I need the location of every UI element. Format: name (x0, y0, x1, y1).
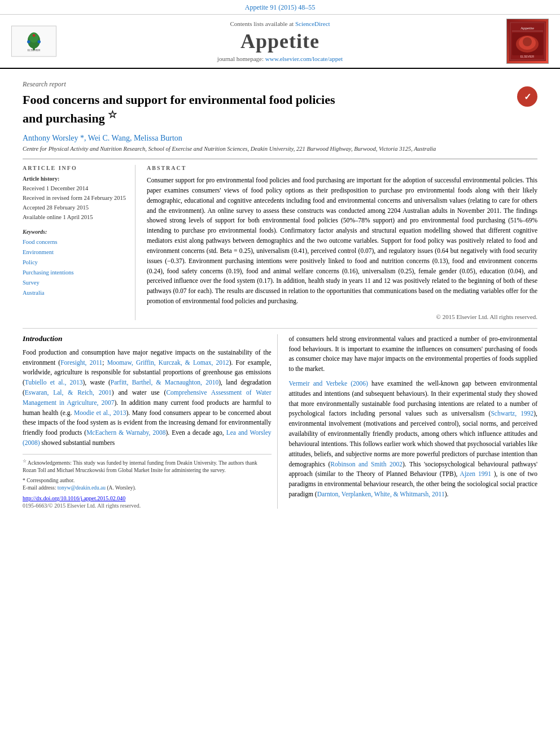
ref-foresight[interactable]: Foresight, 2011 (60, 359, 102, 366)
crossmark-svg: ✓ (517, 86, 537, 107)
article-history-label: Article history: (23, 176, 127, 182)
ref-darnton[interactable]: Darnton, Verplanken, White, & Whitmarsh,… (317, 491, 445, 497)
ref-mceachern[interactable]: McEachern & Warnaby, 2008 (86, 429, 165, 436)
svg-text:Appetite: Appetite (520, 26, 534, 30)
ref-ajzen[interactable]: Ajzen 1991 (460, 470, 491, 477)
footnote-ack: ☆ Acknowledgements: This study was funde… (23, 458, 272, 475)
intro-para-3: Vermeir and Verbeke (2006) have examined… (289, 379, 538, 500)
footnote-section: ☆ Acknowledgements: This study was funde… (23, 454, 272, 509)
journal-citation: Appetite 91 (2015) 48–55 (245, 3, 315, 11)
svg-text:✓: ✓ (524, 92, 531, 102)
elsevier-logo: ELSEVIER (11, 26, 56, 57)
journal-homepage-link[interactable]: www.elsevier.com/locate/appet (265, 55, 343, 62)
date-received: Received 1 December 2014 (23, 185, 88, 191)
ref-moodie[interactable]: Moodie et al., 2013 (74, 409, 126, 416)
svg-point-5 (33, 34, 36, 37)
article-info-label: ARTICLE INFO (23, 165, 127, 171)
svg-point-14 (523, 37, 532, 46)
date-revised: Received in revised form 24 February 201… (23, 195, 126, 201)
intro-para-2: of consumers held strong environmental v… (289, 334, 538, 374)
doi-line: http://dx.doi.org/10.1016/j.appet.2015.0… (23, 495, 272, 501)
body-section: Introduction Food production and consump… (23, 328, 537, 509)
introduction-heading: Introduction (23, 334, 272, 343)
elsevier-tree-svg: ELSEVIER (20, 32, 48, 51)
contents-line: Contents lists available at ScienceDirec… (217, 20, 343, 27)
two-col-section: ARTICLE INFO Article history: Received 1… (23, 159, 537, 320)
doi-link[interactable]: http://dx.doi.org/10.1016/j.appet.2015.0… (23, 495, 125, 501)
ref-vermeir[interactable]: Vermeir and Verbeke (2006) (289, 380, 368, 387)
journal-homepage: journal homepage: www.elsevier.com/locat… (217, 55, 343, 62)
footnote-corresponding: * Corresponding author. (23, 477, 272, 484)
appetite-thumbnail: Appetite ELSEVIER (506, 19, 549, 64)
date-accepted: Accepted 28 February 2015 (23, 204, 89, 211)
footnote-email: E-mail address: tonyw@deakin.edu.au (A. … (23, 484, 272, 492)
journal-center: Contents lists available at ScienceDirec… (217, 20, 343, 62)
research-report-label: Research report (23, 76, 537, 89)
body-col-right: of consumers held strong environmental v… (289, 334, 538, 509)
top-bar: Appetite 91 (2015) 48–55 (0, 0, 560, 15)
star-symbol: ☆ (108, 109, 117, 120)
keywords-section: Keywords: Food concerns Environment Poli… (23, 229, 127, 298)
keyword-australia: Australia (23, 288, 127, 298)
svg-text:ELSEVIER: ELSEVIER (28, 49, 41, 51)
date-online: Available online 1 April 2015 (23, 214, 93, 220)
intro-para-1: Food production and consumption have maj… (23, 348, 272, 448)
footnote-star: ☆ (23, 458, 27, 464)
ref-parfitt[interactable]: Parfitt, Barthel, & Macnaughton, 2010 (111, 379, 218, 386)
svg-point-3 (27, 40, 30, 43)
main-content: Research report Food concerns and suppor… (0, 69, 560, 520)
appetite-cover-svg: Appetite ELSEVIER (509, 21, 546, 61)
issn-line: 0195-6663/© 2015 Elsevier Ltd. All right… (23, 503, 272, 509)
article-title: Food concerns and support for environmen… (23, 92, 335, 127)
body-col-left: Introduction Food production and consump… (23, 334, 278, 509)
ref-moomaw[interactable]: Moomaw, Griffin, Kurczak, & Lomax, 2012 (107, 359, 229, 366)
journal-header: ELSEVIER Contents lists available at Sci… (0, 15, 560, 69)
email-link[interactable]: tonyw@deakin.edu.au (58, 485, 106, 491)
affiliation: Centre for Physical Activity and Nutriti… (23, 145, 537, 154)
title-text: Food concerns and support for environmen… (23, 93, 335, 125)
journal-title: Appetite (217, 29, 343, 53)
ref-tubiello[interactable]: Tubiello et al., 2013 (25, 379, 83, 386)
article-dates: Received 1 December 2014 Received in rev… (23, 184, 127, 222)
keyword-food-concerns: Food concerns (23, 237, 127, 247)
abstract-text: Consumer support for pro environmental f… (147, 176, 537, 307)
ref-eswaran[interactable]: Eswaran, Lal, & Reich, 2001 (25, 389, 112, 396)
keyword-environment: Environment (23, 247, 127, 257)
authors: Anthony Worsley *, Wei C. Wang, Melissa … (23, 134, 537, 143)
keyword-policy: Policy (23, 257, 127, 268)
sciencedirect-link[interactable]: ScienceDirect (295, 20, 330, 27)
article-info-col: ARTICLE INFO Article history: Received 1… (23, 165, 135, 320)
keyword-survey: Survey (23, 278, 127, 288)
ref-schwartz[interactable]: Schwartz, 1992 (491, 410, 533, 417)
abstract-label: ABSTRACT (147, 165, 537, 171)
crossmark-icon: ✓ (517, 86, 537, 107)
keyword-purchasing: Purchasing intentions (23, 268, 127, 278)
svg-point-2 (29, 32, 39, 42)
abstract-col: ABSTRACT Consumer support for pro enviro… (147, 165, 537, 320)
svg-point-4 (37, 40, 41, 43)
crossmark-container: ✓ (517, 86, 537, 107)
keywords-label: Keywords: (23, 229, 127, 235)
copyright-line: © 2015 Elsevier Ltd. All rights reserved… (147, 311, 537, 320)
ref-robinson[interactable]: Robinson and Smith 2002 (330, 461, 403, 468)
svg-text:ELSEVIER: ELSEVIER (520, 55, 535, 58)
